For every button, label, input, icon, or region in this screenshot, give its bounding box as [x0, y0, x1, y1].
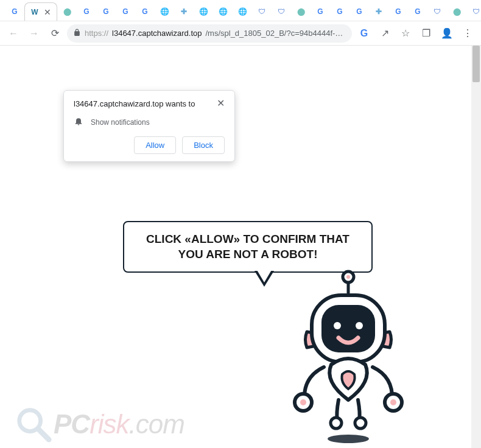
dialog-close-button[interactable]: ✕: [217, 99, 225, 108]
forward-button[interactable]: →: [26, 25, 43, 42]
robot-illustration: [275, 270, 421, 446]
favicon-google-icon: G: [315, 7, 325, 16]
favicon-globe-icon: 🌐: [237, 7, 247, 16]
browser-menu-button[interactable]: ⋮: [459, 25, 476, 42]
tab-12[interactable]: 🛡: [252, 2, 272, 21]
favicon-plus-icon: ✚: [374, 7, 384, 16]
favicon-globe-icon: 🌐: [160, 7, 169, 16]
favicon-generic-icon: ⬤: [452, 7, 462, 16]
tab-9[interactable]: 🌐: [194, 2, 213, 21]
tab-13[interactable]: 🛡: [272, 2, 291, 21]
tab-23[interactable]: 🛡: [466, 2, 481, 21]
favicon-google-icon: G: [101, 7, 111, 16]
favicon-google-icon: G: [10, 7, 19, 16]
page-content: l34647.captchawizard.top wants to ✕ Show…: [0, 46, 481, 448]
share-icon[interactable]: ↗: [376, 25, 393, 42]
favicon-google-icon: G: [82, 7, 91, 16]
tab-10[interactable]: 🌐: [213, 2, 233, 21]
extensions-icon[interactable]: ❐: [418, 25, 435, 42]
favicon-generic-icon: ⬤: [296, 7, 306, 16]
tab-17[interactable]: G: [349, 2, 369, 21]
tab-0[interactable]: G: [5, 2, 24, 21]
favicon-google-icon: G: [335, 7, 345, 16]
favicon-generic-icon: ⬤: [62, 7, 72, 16]
magnifier-icon: [15, 405, 52, 443]
tab-15[interactable]: G: [311, 2, 330, 21]
tab-5[interactable]: G: [116, 2, 135, 21]
profile-icon[interactable]: 👤: [438, 25, 455, 42]
tab-active[interactable]: W ✕: [24, 2, 57, 21]
speech-bubble: CLICK «ALLOW» TO CONFIRM THAT YOU ARE NO…: [123, 221, 373, 273]
pcrisk-watermark: PCrisk.com: [15, 405, 184, 443]
favicon-plus-icon: ✚: [179, 7, 189, 16]
permission-body-text: Show notifications: [91, 118, 150, 127]
svg-point-9: [300, 399, 306, 405]
watermark-text: PCrisk.com: [54, 409, 184, 439]
favicon-wordpress-icon: W: [30, 7, 40, 17]
scrollbar-thumb[interactable]: [472, 46, 480, 82]
svg-rect-5: [321, 305, 375, 352]
favicon-globe-icon: 🌐: [198, 7, 208, 16]
svg-point-0: [328, 435, 369, 443]
url-scheme: https://: [85, 29, 108, 38]
tab-11[interactable]: 🌐: [233, 2, 252, 21]
favicon-globe-icon: 🌐: [218, 7, 228, 16]
back-button[interactable]: ←: [5, 25, 22, 42]
favicon-google-icon: G: [354, 7, 364, 16]
dialog-actions: Allow Block: [74, 136, 225, 154]
favicon-google-icon: G: [140, 7, 150, 16]
svg-point-12: [331, 418, 342, 429]
svg-point-11: [390, 399, 396, 405]
tab-3[interactable]: G: [77, 2, 96, 21]
tab-16[interactable]: G: [330, 2, 349, 21]
favicon-shield-icon: 🛡: [432, 7, 442, 16]
bubble-text: CLICK «ALLOW» TO CONFIRM THAT YOU ARE NO…: [146, 233, 349, 261]
tab-close-button[interactable]: ✕: [43, 8, 52, 16]
favicon-google-icon: G: [121, 7, 130, 16]
tab-8[interactable]: ✚: [174, 2, 194, 21]
svg-point-13: [355, 418, 366, 429]
block-button[interactable]: Block: [182, 136, 225, 154]
toolbar: ← → ⟳ https://l34647.captchawizard.top/m…: [0, 21, 481, 46]
favicon-shield-icon: 🛡: [276, 7, 286, 16]
dialog-header: l34647.captchawizard.top wants to ✕: [74, 99, 225, 109]
bell-icon: [74, 116, 83, 128]
window-titlebar: G W ✕ ⬤ G G G G 🌐 ✚ 🌐 🌐 🌐 🛡 🛡 ⬤ G G G ✚ …: [0, 0, 481, 21]
svg-line-15: [38, 429, 49, 439]
tab-22[interactable]: ⬤: [447, 2, 466, 21]
permission-title: l34647.captchawizard.top wants to: [74, 99, 195, 109]
tab-7[interactable]: 🌐: [155, 2, 174, 21]
favicon-google-icon: G: [393, 7, 403, 16]
svg-point-7: [356, 322, 363, 329]
favicon-google-icon: G: [413, 7, 423, 16]
notification-permission-dialog: l34647.captchawizard.top wants to ✕ Show…: [63, 90, 235, 162]
tab-4[interactable]: G: [96, 2, 116, 21]
svg-point-3: [346, 275, 350, 279]
permission-body: Show notifications: [74, 116, 225, 128]
tab-strip: G W ✕ ⬤ G G G G 🌐 ✚ 🌐 🌐 🌐 🛡 🛡 ⬤ G G G ✚ …: [0, 0, 481, 21]
tab-14[interactable]: ⬤: [291, 2, 311, 21]
allow-button[interactable]: Allow: [134, 136, 176, 154]
favicon-shield-icon: 🛡: [471, 7, 481, 16]
url-host: l34647.captchawizard.top: [112, 29, 202, 38]
tab-2[interactable]: ⬤: [57, 2, 77, 21]
svg-point-6: [334, 322, 341, 329]
address-bar[interactable]: https://l34647.captchawizard.top/ms/spl_…: [67, 24, 352, 43]
vertical-scrollbar[interactable]: [471, 46, 481, 448]
url-path: /ms/spl_d_1805_02_B/?c=94b4444f-2bcd-402…: [205, 29, 346, 38]
tab-18[interactable]: ✚: [369, 2, 388, 21]
tab-20[interactable]: G: [408, 2, 427, 21]
tab-6[interactable]: G: [135, 2, 155, 21]
tab-21[interactable]: 🛡: [427, 2, 447, 21]
favicon-shield-icon: 🛡: [257, 7, 267, 16]
tab-19[interactable]: G: [388, 2, 408, 21]
site-google-icon[interactable]: G: [356, 25, 373, 42]
reload-button[interactable]: ⟳: [46, 25, 63, 42]
bookmark-star-icon[interactable]: ☆: [397, 25, 414, 42]
lock-icon: [73, 29, 81, 38]
